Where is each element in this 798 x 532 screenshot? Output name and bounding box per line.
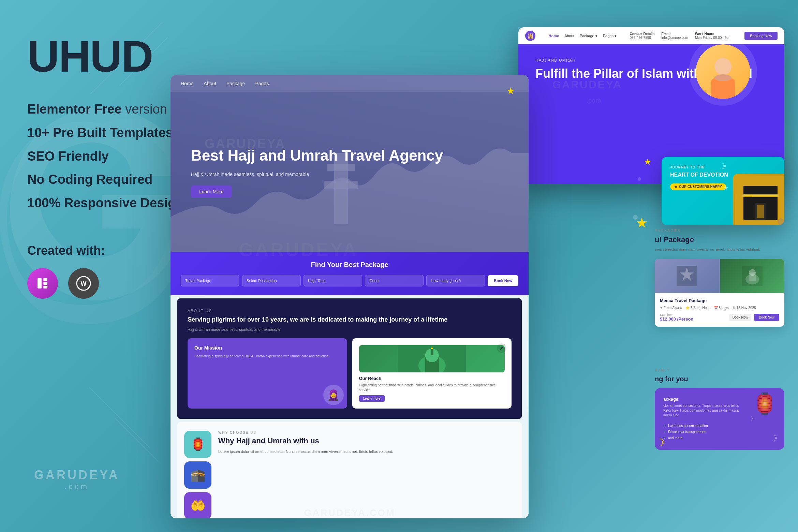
dot-decoration-2 <box>638 177 641 181</box>
guest-count-field[interactable]: How many guest? <box>426 275 485 286</box>
star-decoration-2: ★ <box>644 157 651 167</box>
moon-decoration: ☽ <box>656 437 665 448</box>
mission-person-illustration: 🧕 <box>323 385 344 405</box>
why-title: Why Hajj and Umrah with us <box>218 437 515 445</box>
package-price: $12,000 /Person <box>660 316 693 322</box>
hours-label: Work Hours <box>695 32 732 36</box>
reach-card: ↗ Our Reach Highlighting part <box>352 338 512 409</box>
book-now-button[interactable]: Book Now <box>488 275 518 286</box>
main-hero-section: Home About Package Pages Best Hajj and U… <box>171 75 529 252</box>
svg-rect-0 <box>38 278 42 289</box>
lantern-emoji: 🏮 <box>190 437 206 452</box>
wordpress-icon: W <box>68 268 99 299</box>
package-hotel: ⭐ 5 Stars Hotel <box>685 306 710 310</box>
about-title: Serving pilgrims for over 10 years, we a… <box>188 315 512 324</box>
mockup-main: Home About Package Pages Best Hajj and U… <box>171 75 529 518</box>
secondary-com-watermark: .com <box>587 97 601 104</box>
package-days: 📅 8 days <box>714 306 729 310</box>
main-nav-home[interactable]: Home <box>181 81 193 86</box>
packages-panel: PACKAGES ul Package ams senectus diam na… <box>655 228 784 332</box>
guest-field[interactable]: Guest <box>365 275 424 286</box>
package-image-2 <box>720 259 785 293</box>
secondary-nav-links: Home About Package ▾ Pages ▾ <box>549 34 617 38</box>
svg-point-6 <box>714 58 732 75</box>
why-icon-pray: 🤲 <box>184 492 211 518</box>
plan-feature-1: ✓ Luxurious accommodation <box>663 423 745 429</box>
plan-feature-accommodation: Luxurious accommodation <box>668 423 708 429</box>
package-details-btn[interactable]: Book Now <box>729 314 752 321</box>
reach-title: Our Reach <box>359 376 505 381</box>
svg-point-30 <box>749 269 756 276</box>
booking-now-button[interactable]: Booking Now <box>744 32 778 40</box>
package-card-body: Mecca Travel Package ✈ From Akarta ⭐ 5 S… <box>655 293 784 327</box>
svg-rect-22 <box>757 205 764 218</box>
contact-label: Contact Details <box>630 32 655 36</box>
why-icon-kaaba: 🕋 <box>184 461 211 489</box>
plan-feature-3: ✓ and more <box>663 435 745 441</box>
type-field[interactable]: Hajj / Tabs <box>304 275 362 286</box>
journey-moon-icon: ☽ <box>720 162 726 171</box>
reach-learn-more[interactable]: Learn more <box>359 395 385 402</box>
nav-link-package[interactable]: Package ▾ <box>580 34 597 38</box>
why-icon-lantern: 🏮 <box>184 431 211 458</box>
reach-text: Highlighting partnerships with hotels, a… <box>359 383 505 393</box>
packages-title: ul Package <box>655 235 784 244</box>
journey-star-icon: ★ <box>723 184 728 192</box>
package-image-1 <box>655 259 719 293</box>
destination-field[interactable]: Select Destination <box>242 275 301 286</box>
check-icon-1: ✓ <box>663 423 666 429</box>
journey-card: JOURNEY TO THE HEART OF DEVOTION ★ OUR C… <box>662 157 784 225</box>
packages-label: PACKAGES <box>655 228 784 233</box>
garudeya-watermark-text: GARUDEYA .com <box>34 468 120 491</box>
about-label: ABOUT US <box>188 309 512 313</box>
package-actions: Book Now Book Now <box>729 314 779 321</box>
badge-star-icon: ★ <box>674 185 677 189</box>
package-date: 🗓 15 Nov 2025 <box>732 306 756 310</box>
journey-badge: ★ OUR CUSTOMERS HAPPY <box>670 183 726 190</box>
check-icon-2: ✓ <box>663 429 666 435</box>
plan-features: ✓ Luxurious accommodation ✓ Private car … <box>663 423 745 441</box>
svg-point-8 <box>714 74 732 81</box>
why-section: 🏮 🕋 🤲 📖 WHY CHOOSE US Why Hajj and Umrah… <box>177 422 522 518</box>
svg-rect-2 <box>43 282 47 285</box>
find-package-form: Travel Package Select Destination Hajj /… <box>181 275 518 286</box>
pray-emoji: 🤲 <box>190 499 206 513</box>
elementor-icon <box>27 268 58 299</box>
find-package-section: Find Your Best Package Travel Package Se… <box>171 252 529 295</box>
package-book-btn[interactable]: Book Now <box>754 314 779 321</box>
nav-link-home[interactable]: Home <box>549 34 559 38</box>
nav-link-about[interactable]: About <box>564 34 574 38</box>
plan-card-subtitle: olor sit amet consectetur. Turpis massa … <box>663 403 745 418</box>
mission-text: Facilitating a spiritually enriching Haj… <box>194 354 340 359</box>
plan-moon-icon: ☽ <box>770 433 778 443</box>
package-card-mecca: Mecca Travel Package ✈ From Akarta ⭐ 5 S… <box>655 259 784 327</box>
person-illustration <box>696 44 750 99</box>
mecca-skyline-svg <box>171 146 529 252</box>
main-nav-about[interactable]: About <box>204 81 216 86</box>
kaaba-emoji: 🕋 <box>190 468 206 482</box>
email-label: Email <box>661 32 688 36</box>
secondary-nav-logo: 🕌 <box>525 31 535 41</box>
svg-rect-3 <box>43 286 47 289</box>
plan-title: ng for you <box>655 375 784 383</box>
secondary-nav: 🕌 Home About Package ▾ Pages ▾ Contact D… <box>518 27 784 44</box>
about-section: ABOUT US Serving pilgrims for over 10 ye… <box>177 298 522 419</box>
svg-rect-10 <box>327 164 355 171</box>
svg-rect-11 <box>324 181 358 189</box>
why-row: 🏮 🕋 🤲 📖 WHY CHOOSE US Why Hajj and Umrah… <box>184 431 515 518</box>
plan-moon-small-icon: ☽ <box>749 415 754 422</box>
plan-panel: EARLY ng for you 🏮 ackage olor sit amet … <box>655 368 784 450</box>
nav-link-pages[interactable]: Pages ▾ <box>603 34 617 38</box>
packages-subtitle: ams senectus diam nam viverra nec amet. … <box>655 247 784 252</box>
plan-label: EARLY <box>655 368 784 372</box>
packages-dot-decoration <box>778 218 784 225</box>
find-package-title: Find Your Best Package <box>181 261 518 269</box>
why-text: Lorem ipsum dolor sit amet consectetur. … <box>218 449 515 455</box>
package-price-row: Start from $12,000 /Person Book Now Book… <box>660 313 779 322</box>
dot-decoration-1 <box>633 215 638 220</box>
main-nav-package[interactable]: Package <box>226 81 245 86</box>
plan-feature-more: and more <box>668 435 682 441</box>
main-nav-pages[interactable]: Pages <box>255 81 269 86</box>
travel-package-field[interactable]: Travel Package <box>181 275 239 286</box>
why-label: WHY CHOOSE US <box>218 431 515 434</box>
